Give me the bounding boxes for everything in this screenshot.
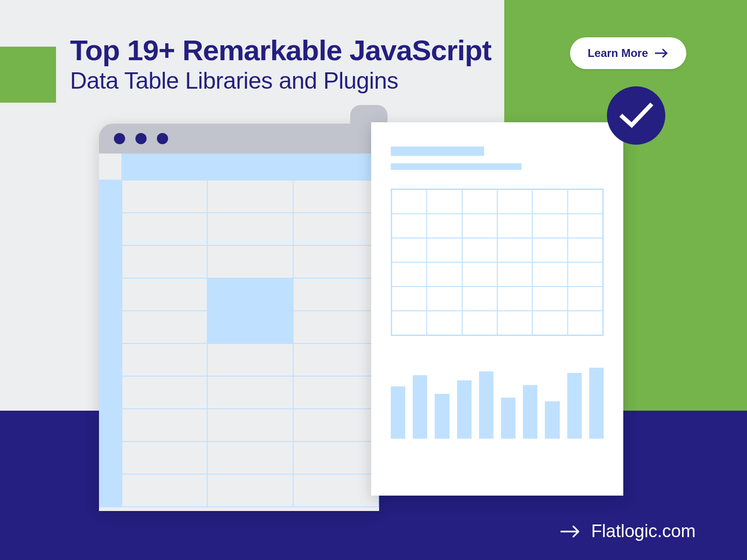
doc-title-placeholder [391,147,484,156]
window-titlebar [99,124,379,154]
learn-more-label: Learn More [588,47,648,60]
table-row [99,279,379,311]
bg-green-left-square [0,47,56,103]
chart-bar [457,380,472,439]
arrow-right-icon [655,49,669,58]
arrow-right-icon [560,525,581,538]
table-row [99,213,379,246]
table-row [99,377,379,409]
brand-text: Flatlogic.com [591,521,696,541]
chart-bar [501,398,515,439]
chart-bar [523,385,537,439]
table-row [99,442,379,475]
chart-bar [567,373,582,439]
chart-bar [545,401,559,439]
chart-bar [435,394,449,439]
table-row [99,409,379,442]
chart-bar [413,375,427,439]
doc-bar-chart [391,364,604,439]
heading-line2: Data Table Libraries and Plugins [70,67,491,94]
table-row [99,344,379,377]
report-document [371,122,623,496]
check-icon [619,102,654,130]
window-dot-icon [157,133,168,144]
window-dot-icon [114,133,125,144]
doc-subtitle-placeholder [391,163,521,170]
brand-link[interactable]: Flatlogic.com [560,521,696,541]
table-row [99,311,379,344]
window-dot-icon [135,133,147,144]
table-row [99,246,379,279]
page-heading: Top 19+ Remarkable JavaScript Data Table… [70,35,491,94]
spreadsheet-window [99,124,379,511]
chart-bar [479,371,493,439]
heading-line1: Top 19+ Remarkable JavaScript [70,35,491,65]
checkmark-badge [607,86,665,145]
spreadsheet-header-row [99,154,379,181]
spreadsheet-body [99,154,379,511]
chart-bar [589,368,604,439]
table-row [99,181,379,213]
chart-bar [391,386,405,439]
learn-more-button[interactable]: Learn More [570,37,686,69]
table-row [99,475,379,507]
doc-table [391,189,604,336]
